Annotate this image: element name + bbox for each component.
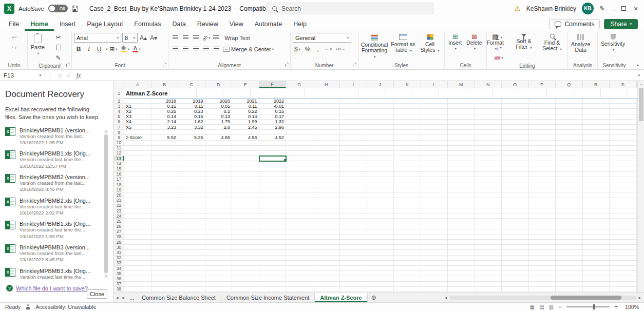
zoom-level[interactable]: 100%: [622, 304, 639, 310]
cell-C33[interactable]: [178, 261, 205, 266]
cell-C24[interactable]: [178, 213, 205, 219]
cell-K15[interactable]: [394, 166, 421, 171]
cell-K11[interactable]: [394, 146, 421, 151]
cell-J19[interactable]: [367, 187, 394, 192]
cell-H35[interactable]: [313, 271, 340, 276]
scrollbar-thumb[interactable]: [639, 88, 643, 121]
cell-D14[interactable]: [205, 161, 233, 166]
cell-I15[interactable]: [340, 166, 367, 171]
font-dialog-launcher-icon[interactable]: [163, 64, 166, 67]
scroll-right-icon[interactable]: ▸: [636, 295, 643, 300]
collapse-ribbon-icon[interactable]: ▴: [637, 63, 639, 67]
column-header-J[interactable]: J: [367, 81, 394, 88]
cell-L24[interactable]: [421, 213, 448, 219]
cell-M18[interactable]: [448, 182, 475, 187]
cell-J15[interactable]: [367, 166, 394, 171]
cell-O6[interactable]: [502, 120, 529, 125]
cell-K13[interactable]: [394, 156, 421, 161]
cell-S11[interactable]: [610, 146, 637, 151]
cell-N35[interactable]: [475, 271, 502, 276]
cell-M37[interactable]: [448, 282, 475, 287]
search-box[interactable]: Search: [266, 3, 433, 14]
cell-K27[interactable]: [394, 229, 421, 235]
cell-C17[interactable]: [178, 177, 205, 182]
cell-E32[interactable]: [232, 256, 259, 261]
sheet-tab[interactable]: Common Size Balance Sheet: [137, 293, 221, 302]
cell-S24[interactable]: [610, 213, 637, 219]
cell-I34[interactable]: [340, 266, 367, 271]
cell-L8[interactable]: [421, 130, 448, 135]
cell-O18[interactable]: [502, 182, 529, 187]
cell-R30[interactable]: [583, 245, 610, 250]
maximize-button[interactable]: [621, 6, 626, 11]
cell-B25[interactable]: [151, 219, 179, 224]
cell-Q5[interactable]: [556, 114, 583, 120]
cell-N12[interactable]: [475, 151, 502, 156]
font-name-select[interactable]: Arial▾: [74, 33, 121, 43]
cell-Q10[interactable]: [556, 141, 583, 146]
cell-J9[interactable]: [367, 135, 394, 140]
recovery-close-button[interactable]: Close: [87, 289, 107, 299]
cell-G12[interactable]: [286, 151, 313, 156]
cell-Q20[interactable]: [556, 192, 583, 198]
cell-F21[interactable]: [259, 198, 287, 203]
cell-M31[interactable]: [448, 250, 475, 255]
cell-F16[interactable]: [259, 172, 287, 177]
row-header-10[interactable]: 10: [114, 141, 124, 146]
cancel-entry-icon[interactable]: ×: [55, 72, 64, 79]
cell-O25[interactable]: [502, 219, 529, 224]
cell-R4[interactable]: [583, 109, 610, 114]
cell-O21[interactable]: [502, 198, 529, 203]
cell-B20[interactable]: [151, 192, 179, 198]
cell-O14[interactable]: [502, 161, 529, 166]
cell-N6[interactable]: [475, 120, 502, 125]
cell-E36[interactable]: [232, 276, 259, 281]
row-header-32[interactable]: 32: [114, 256, 124, 261]
cell-B16[interactable]: [151, 172, 179, 177]
cell-P3[interactable]: [529, 104, 556, 109]
cell-S17[interactable]: [610, 177, 637, 182]
cell-A13[interactable]: [124, 156, 151, 161]
cell-D16[interactable]: [205, 172, 233, 177]
cell-I14[interactable]: [340, 161, 367, 166]
cell-O37[interactable]: [502, 282, 529, 287]
cell-R1[interactable]: [601, 88, 628, 99]
cell-B29[interactable]: [151, 240, 179, 245]
cell-P14[interactable]: [529, 161, 556, 166]
cell-P12[interactable]: [529, 151, 556, 156]
row-header-3[interactable]: 3: [114, 104, 124, 109]
cell-E37[interactable]: [232, 282, 259, 287]
cell-H1[interactable]: [331, 88, 358, 99]
cell-S36[interactable]: [610, 276, 637, 281]
cell-O24[interactable]: [502, 213, 529, 219]
column-header-H[interactable]: H: [313, 81, 340, 88]
cell-G17[interactable]: [286, 177, 313, 182]
row-header-13[interactable]: 13: [114, 156, 124, 161]
cell-R18[interactable]: [583, 182, 610, 187]
cell-L30[interactable]: [421, 245, 448, 250]
cell-Q6[interactable]: [556, 120, 583, 125]
cell-M2[interactable]: [448, 99, 475, 104]
scroll-left-icon[interactable]: ◂: [443, 295, 449, 300]
cell-L29[interactable]: [421, 240, 448, 245]
cell-L17[interactable]: [421, 177, 448, 182]
cell-F1[interactable]: [277, 88, 305, 99]
cell-D23[interactable]: [205, 208, 233, 213]
cell-O11[interactable]: [502, 146, 529, 151]
cell-C10[interactable]: [178, 141, 205, 146]
cell-D4[interactable]: 0.2: [205, 109, 233, 114]
cell-R23[interactable]: [583, 208, 610, 213]
cell-C7[interactable]: 3.32: [178, 125, 205, 130]
cell-B11[interactable]: [151, 146, 179, 151]
cell-K18[interactable]: [394, 182, 421, 187]
cell-P31[interactable]: [529, 250, 556, 255]
cell-K38[interactable]: [394, 287, 421, 292]
cell-E34[interactable]: [232, 266, 259, 271]
cell-I11[interactable]: [340, 146, 367, 151]
cell-N8[interactable]: [475, 130, 502, 135]
cell-P19[interactable]: [529, 187, 556, 192]
cell-N32[interactable]: [475, 256, 502, 261]
cell-O15[interactable]: [502, 166, 529, 171]
cell-N33[interactable]: [475, 261, 502, 266]
cell-G21[interactable]: [286, 198, 313, 203]
